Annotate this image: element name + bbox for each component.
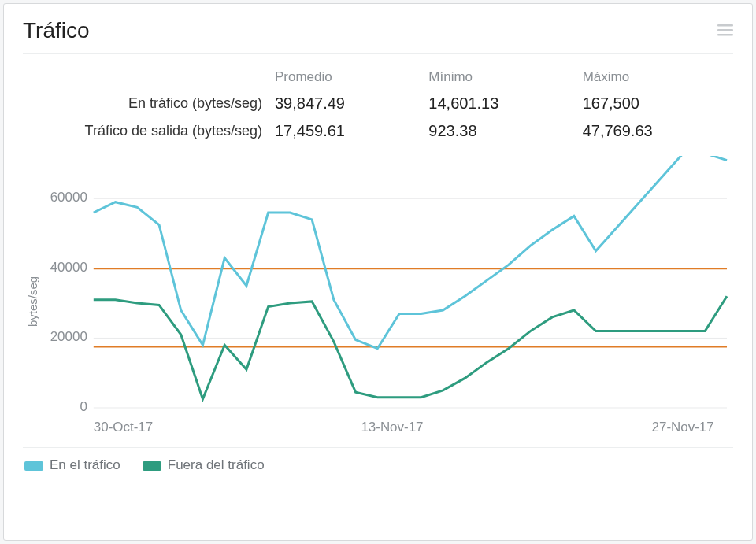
col-max: Máximo — [580, 65, 733, 90]
legend-item-out[interactable]: Fuera del tráfico — [143, 457, 265, 473]
series-in-traffic — [94, 156, 727, 349]
in-avg: 39,847.49 — [272, 90, 425, 117]
svg-rect-1 — [717, 29, 733, 31]
svg-rect-2 — [717, 34, 733, 36]
in-min: 14,601.13 — [425, 90, 579, 117]
swatch-out-icon — [143, 461, 161, 471]
swatch-in-icon — [24, 461, 43, 471]
ytick-40000: 40000 — [50, 260, 87, 275]
legend: En el tráfico Fuera del tráfico — [23, 447, 733, 473]
legend-item-in[interactable]: En el tráfico — [24, 457, 120, 473]
hamburger-icon — [717, 24, 733, 37]
out-min: 923.38 — [425, 117, 579, 145]
legend-in-label: En el tráfico — [50, 457, 120, 472]
ytick-20000: 20000 — [50, 329, 87, 344]
row-out-label: Tráfico de salida (bytes/seg) — [23, 117, 272, 145]
out-avg: 17,459.61 — [272, 117, 425, 145]
ytick-60000: 60000 — [50, 190, 87, 205]
y-axis-label: bytes/seg — [26, 276, 39, 327]
col-min: Mínimo — [425, 65, 579, 90]
stats-table: Promedio Mínimo Máximo En tráfico (bytes… — [23, 65, 733, 145]
out-max: 47,769.63 — [580, 117, 733, 145]
xtick-b: 13-Nov-17 — [361, 420, 423, 435]
xtick-c: 27-Nov-17 — [652, 420, 714, 435]
chart: bytes/seg 0 20000 40000 60000 30-Oct-17 — [23, 156, 733, 447]
y-axis: 0 20000 40000 60000 — [50, 190, 87, 414]
svg-rect-0 — [717, 24, 733, 27]
card-header: Tráfico — [23, 18, 733, 54]
row-in-label: En tráfico (bytes/seg) — [23, 90, 272, 117]
gridlines — [94, 198, 727, 408]
xtick-a: 30-Oct-17 — [94, 420, 153, 435]
card-menu-button[interactable] — [717, 24, 733, 37]
ytick-0: 0 — [80, 399, 87, 414]
in-max: 167,500 — [580, 90, 733, 117]
x-axis: 30-Oct-17 13-Nov-17 27-Nov-17 — [94, 420, 714, 435]
series-out-traffic — [94, 296, 727, 399]
card-title: Tráfico — [23, 18, 90, 43]
col-avg: Promedio — [272, 65, 425, 90]
legend-out-label: Fuera del tráfico — [168, 457, 265, 472]
traffic-card: Tráfico Promedio Mínimo Máximo En tráfic… — [3, 3, 753, 541]
